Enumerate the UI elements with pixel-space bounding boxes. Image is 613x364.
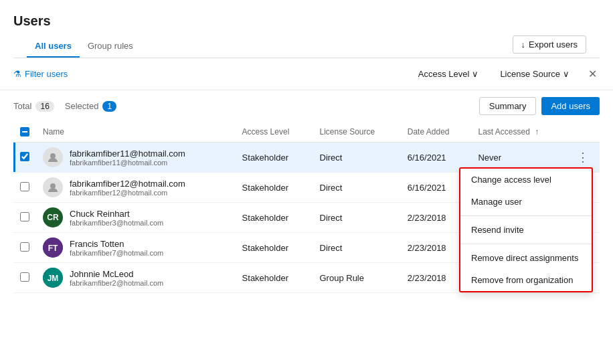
- tab-actions: ↓ Export users: [513, 35, 586, 58]
- col-header-license-source: License Source: [313, 122, 401, 143]
- row5-name-cell: JM Johnnie McLeod fabrikamfiber2@hotmail…: [36, 263, 236, 293]
- row1-row-actions: ⋮ Change access level Manage user Resend…: [573, 149, 593, 166]
- row1-actions-cell: ⋮ Change access level Manage user Resend…: [566, 143, 600, 173]
- col-header-access-level: Access Level: [236, 122, 313, 143]
- table-header: Name Access Level License Source Date Ad…: [13, 122, 600, 143]
- filter-bar: ⚗ Filter users Access Level ∨ License So…: [0, 58, 613, 90]
- row3-user-cell: CR Chuck Reinhart fabrikamfiber3@hotmail…: [43, 207, 229, 227]
- row1-select-cell[interactable]: [13, 143, 36, 173]
- row5-user-name: Johnnie McLeod: [70, 269, 163, 279]
- filter-users-link[interactable]: ⚗ Filter users: [13, 69, 68, 79]
- row3-avatar: CR: [43, 207, 63, 227]
- row5-license-source: Group Rule: [313, 263, 401, 293]
- select-all-header[interactable]: [13, 122, 36, 143]
- row5-avatar: JM: [43, 268, 63, 288]
- svg-text:JM: JM: [48, 274, 59, 283]
- row4-user-email: fabrikamfiber7@hotmail.com: [70, 249, 163, 257]
- context-menu-divider-1: [460, 215, 592, 216]
- export-users-button[interactable]: ↓ Export users: [513, 35, 586, 54]
- row1-user-cell: fabrikamfiber11@hotmail.com fabrikamfibe…: [43, 147, 229, 167]
- row2-user-cell: fabrikamfiber12@hotmail.com fabrikamfibe…: [43, 177, 229, 197]
- total-count-badge: 16: [35, 101, 54, 112]
- filter-close-button[interactable]: ✕: [586, 65, 600, 83]
- row2-avatar: [43, 177, 63, 197]
- row2-checkbox[interactable]: [20, 182, 29, 191]
- row4-access-level: Stakeholder: [236, 233, 313, 263]
- sort-arrow-icon: ↑: [535, 127, 539, 136]
- row1-user-info: fabrikamfiber11@hotmail.com fabrikamfibe…: [70, 149, 185, 167]
- context-menu-remove-direct[interactable]: Remove direct assignments: [460, 247, 592, 269]
- summary-button[interactable]: Summary: [479, 97, 537, 115]
- col-header-last-accessed[interactable]: Last Accessed ↑: [471, 122, 566, 143]
- col-header-name: Name: [36, 122, 236, 143]
- row3-select-cell[interactable]: [13, 203, 36, 233]
- context-menu: Change access level Manage user Resend i…: [459, 167, 593, 292]
- svg-point-0: [50, 153, 56, 159]
- tab-all-users[interactable]: All users: [27, 35, 80, 58]
- table-body: fabrikamfiber11@hotmail.com fabrikamfibe…: [13, 143, 600, 293]
- filter-icon: ⚗: [13, 69, 21, 79]
- row2-access-level: Stakeholder: [236, 173, 313, 203]
- license-source-dropdown[interactable]: License Source ∨: [495, 66, 575, 82]
- select-all-checkbox[interactable]: [20, 127, 29, 136]
- page-header: Users All users Group rules ↓ Export use…: [0, 0, 613, 58]
- row1-access-level: Stakeholder: [236, 143, 313, 173]
- access-level-dropdown[interactable]: Access Level ∨: [413, 66, 485, 82]
- license-source-chevron-icon: ∨: [563, 69, 570, 79]
- context-menu-change-access[interactable]: Change access level: [460, 169, 592, 191]
- col-header-date-added: Date Added: [401, 122, 472, 143]
- row4-avatar: FT: [43, 238, 63, 258]
- row2-user-name: fabrikamfiber12@hotmail.com: [70, 179, 185, 189]
- row1-avatar: [43, 147, 63, 167]
- export-icon: ↓: [521, 39, 526, 50]
- svg-point-1: [50, 183, 56, 189]
- row3-user-email: fabrikamfiber3@hotmail.com: [70, 219, 163, 227]
- context-menu-remove-org[interactable]: Remove from organization: [460, 269, 592, 291]
- table-row: fabrikamfiber11@hotmail.com fabrikamfibe…: [13, 143, 600, 173]
- selected-count-badge: 1: [102, 101, 116, 112]
- row1-name-cell: fabrikamfiber11@hotmail.com fabrikamfibe…: [36, 143, 236, 173]
- row3-license-source: Direct: [313, 203, 401, 233]
- row2-user-info: fabrikamfiber12@hotmail.com fabrikamfibe…: [70, 179, 185, 197]
- row2-select-cell[interactable]: [13, 173, 36, 203]
- row1-checkbox[interactable]: [20, 152, 29, 161]
- toolbar-actions: Summary Add users: [479, 97, 600, 115]
- row4-select-cell[interactable]: [13, 233, 36, 263]
- row2-license-source: Direct: [313, 173, 401, 203]
- tabs-bar: All users Group rules ↓ Export users: [13, 35, 600, 58]
- row4-name-cell: FT Francis Totten fabrikamfiber7@hotmail…: [36, 233, 236, 263]
- context-menu-divider-2: [460, 244, 592, 244]
- row2-name-cell: fabrikamfiber12@hotmail.com fabrikamfibe…: [36, 173, 236, 203]
- users-table-wrapper: Name Access Level License Source Date Ad…: [0, 122, 613, 293]
- col-header-actions: [566, 122, 600, 143]
- access-level-chevron-icon: ∨: [472, 69, 478, 79]
- row5-user-info: Johnnie McLeod fabrikamfiber2@hotmail.co…: [70, 269, 163, 287]
- context-menu-resend-invite[interactable]: Resend invite: [460, 219, 592, 241]
- row4-license-source: Direct: [313, 233, 401, 263]
- row2-user-email: fabrikamfiber12@hotmail.com: [70, 189, 185, 197]
- tab-group-rules[interactable]: Group rules: [80, 35, 141, 58]
- page-title: Users: [13, 13, 600, 29]
- row1-user-name: fabrikamfiber11@hotmail.com: [70, 149, 185, 159]
- row3-access-level: Stakeholder: [236, 203, 313, 233]
- row1-kebab-button[interactable]: ⋮: [573, 149, 593, 166]
- selected-row-indicator: [13, 143, 15, 172]
- row5-select-cell[interactable]: [13, 263, 36, 293]
- row1-license-source: Direct: [313, 143, 401, 173]
- row1-user-email: fabrikamfiber11@hotmail.com: [70, 159, 185, 167]
- add-users-button[interactable]: Add users: [541, 97, 600, 115]
- row4-user-name: Francis Totten: [70, 239, 163, 249]
- row3-user-info: Chuck Reinhart fabrikamfiber3@hotmail.co…: [70, 209, 163, 227]
- row5-user-cell: JM Johnnie McLeod fabrikamfiber2@hotmail…: [43, 268, 229, 288]
- total-count-group: Total 16: [13, 101, 54, 112]
- toolbar: Total 16 Selected 1 Summary Add users: [0, 90, 613, 122]
- row5-checkbox[interactable]: [20, 272, 29, 282]
- users-table: Name Access Level License Source Date Ad…: [13, 122, 600, 293]
- row4-user-info: Francis Totten fabrikamfiber7@hotmail.co…: [70, 239, 163, 257]
- row4-checkbox[interactable]: [20, 242, 29, 252]
- svg-text:FT: FT: [48, 244, 58, 253]
- row3-checkbox[interactable]: [20, 212, 29, 221]
- context-menu-manage-user[interactable]: Manage user: [460, 191, 592, 213]
- row4-user-cell: FT Francis Totten fabrikamfiber7@hotmail…: [43, 238, 229, 258]
- row5-user-email: fabrikamfiber2@hotmail.com: [70, 279, 163, 287]
